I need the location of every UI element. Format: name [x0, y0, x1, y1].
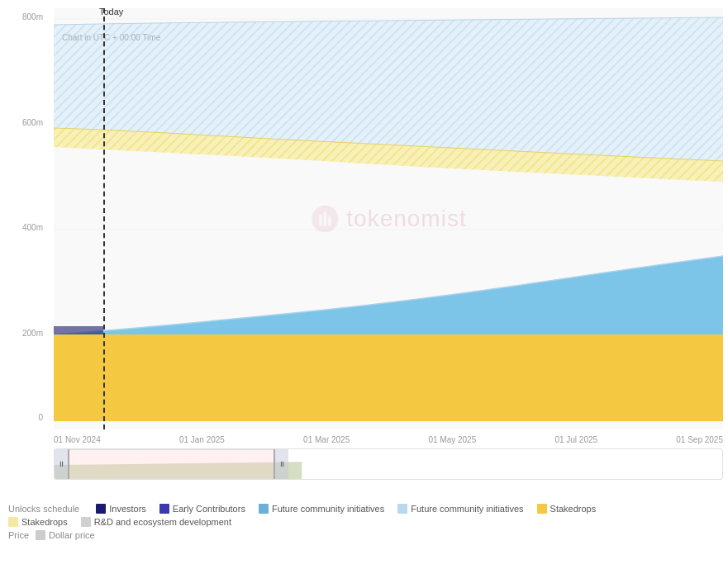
- price-label: Price: [8, 530, 29, 540]
- range-handle-right[interactable]: ⏸: [274, 449, 288, 479]
- legend-item-stakedrops: Stakedrops: [537, 504, 597, 514]
- legend-box-future-community-2: [397, 504, 407, 514]
- chart-svg: [54, 8, 723, 429]
- legend-box-rnd: [81, 517, 91, 527]
- handle-right-icon: ⏸: [278, 460, 286, 468]
- price-box-dollar: [36, 530, 45, 540]
- legend-item-future-community-2: Future community initiatives: [397, 504, 523, 514]
- legend-item-future-community-1: Future community initiatives: [259, 504, 384, 514]
- x-label-0: 01 Nov 2024: [54, 435, 101, 444]
- legend-box-stakedrops: [537, 504, 547, 514]
- legend-label-stakedrops: Stakedrops: [550, 504, 597, 514]
- legend-item-stakedrops-2: Stakedrops: [8, 517, 68, 527]
- range-selected: [69, 449, 274, 479]
- legend-box-early-contributors: [159, 504, 169, 514]
- legend-label-early-contributors: Early Contributors: [173, 504, 245, 514]
- legend-section-title: Unlocks schedule: [8, 504, 79, 514]
- legend-label-rnd: R&D and ecosystem development: [94, 517, 231, 527]
- legend-label-stakedrops-2: Stakedrops: [21, 517, 68, 527]
- today-line: [103, 8, 105, 429]
- legend-label-future-community-2: Future community initiatives: [411, 504, 523, 514]
- legend-item-early-contributors: Early Contributors: [159, 504, 245, 514]
- price-item-dollar: Dollar price: [36, 530, 95, 540]
- x-axis: 01 Nov 2024 01 Jan 2025 01 Mar 2025 01 M…: [54, 431, 723, 448]
- legend-row-2: Stakedrops R&D and ecosystem development: [8, 517, 719, 527]
- x-label-3: 01 May 2025: [428, 435, 476, 444]
- y-label-600m: 600m: [22, 117, 43, 126]
- legend-box-future-community-1: [259, 504, 269, 514]
- range-handle-left[interactable]: ⏸: [55, 449, 69, 479]
- chart-container: 800m 600m 400m 200m 0 Today Chart in UTC…: [0, 0, 728, 569]
- legend-item-rnd: R&D and ecosystem development: [81, 517, 231, 527]
- price-label-dollar: Dollar price: [49, 530, 95, 540]
- chart-area: Today Chart in UTC + 00:00 Time: [54, 8, 723, 429]
- x-label-2: 01 Mar 2025: [303, 435, 350, 444]
- range-selector[interactable]: ⏸ ⏸: [54, 448, 723, 480]
- x-label-1: 01 Jan 2025: [179, 435, 225, 444]
- y-label-400m: 400m: [22, 223, 43, 232]
- x-label-4: 01 Jul 2025: [554, 435, 597, 444]
- legend-item-investors: Investors: [96, 504, 146, 514]
- y-label-200m: 200m: [22, 328, 43, 337]
- x-label-5: 01 Sep 2025: [676, 435, 723, 444]
- legend-label-investors: Investors: [109, 504, 146, 514]
- legend-box-stakedrops-2: [8, 517, 18, 527]
- y-label-0: 0: [38, 412, 43, 421]
- legend-row-1: Unlocks schedule Investors Early Contrib…: [8, 504, 719, 514]
- legend-box-investors: [96, 504, 106, 514]
- y-axis: 800m 600m 400m 200m 0: [0, 8, 50, 429]
- handle-left-icon: ⏸: [58, 460, 65, 468]
- legend-label-future-community-1: Future community initiatives: [272, 504, 384, 514]
- price-row: Price Dollar price: [8, 530, 719, 540]
- y-label-800m: 800m: [22, 12, 43, 21]
- legend: Unlocks schedule Investors Early Contrib…: [8, 504, 719, 540]
